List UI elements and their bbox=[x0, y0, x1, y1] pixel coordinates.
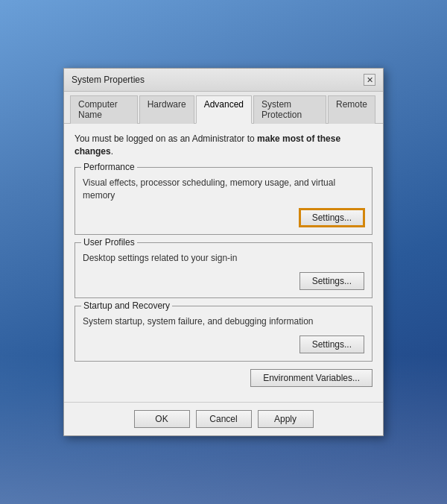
tab-advanced[interactable]: Advanced bbox=[196, 95, 252, 124]
startup-recovery-settings-button[interactable]: Settings... bbox=[299, 336, 364, 353]
user-profiles-label: User Profiles bbox=[81, 237, 137, 248]
admin-notice: You must be logged on as an Administrato… bbox=[74, 133, 372, 158]
admin-notice-text1: You must be logged on as an Administrato… bbox=[74, 133, 257, 144]
apply-button[interactable]: Apply bbox=[258, 410, 314, 428]
tab-hardware[interactable]: Hardware bbox=[139, 95, 194, 124]
system-properties-dialog: System Properties ✕ Computer Name Hardwa… bbox=[63, 68, 384, 436]
cancel-button[interactable]: Cancel bbox=[196, 410, 252, 428]
ok-button[interactable]: OK bbox=[134, 410, 190, 428]
startup-recovery-description: System startup, system failure, and debu… bbox=[83, 315, 364, 328]
user-profiles-settings-button[interactable]: Settings... bbox=[299, 272, 364, 290]
tab-computer-name[interactable]: Computer Name bbox=[70, 95, 138, 124]
environment-variables-row: Environment Variables... bbox=[74, 369, 372, 387]
close-button[interactable]: ✕ bbox=[364, 74, 375, 86]
environment-variables-button[interactable]: Environment Variables... bbox=[250, 369, 372, 387]
admin-notice-text2: . bbox=[111, 146, 113, 157]
bottom-bar: OK Cancel Apply bbox=[64, 402, 383, 435]
startup-recovery-label: Startup and Recovery bbox=[81, 300, 172, 311]
tab-content: You must be logged on as an Administrato… bbox=[64, 124, 383, 402]
user-profiles-group: User Profiles Desktop settings related t… bbox=[74, 242, 372, 298]
performance-label: Performance bbox=[81, 162, 137, 172]
tab-system-protection[interactable]: System Protection bbox=[253, 95, 326, 124]
user-profiles-description: Desktop settings related to your sign-in bbox=[83, 252, 364, 265]
tab-strip: Computer Name Hardware Advanced System P… bbox=[64, 92, 383, 124]
tab-remote[interactable]: Remote bbox=[328, 95, 375, 124]
startup-recovery-group: Startup and Recovery System startup, sys… bbox=[74, 306, 372, 362]
performance-group: Performance Visual effects, processor sc… bbox=[74, 167, 372, 236]
performance-settings-button[interactable]: Settings... bbox=[299, 209, 364, 227]
dialog-title: System Properties bbox=[72, 75, 145, 85]
title-bar: System Properties ✕ bbox=[64, 69, 383, 92]
performance-description: Visual effects, processor scheduling, me… bbox=[83, 177, 364, 202]
